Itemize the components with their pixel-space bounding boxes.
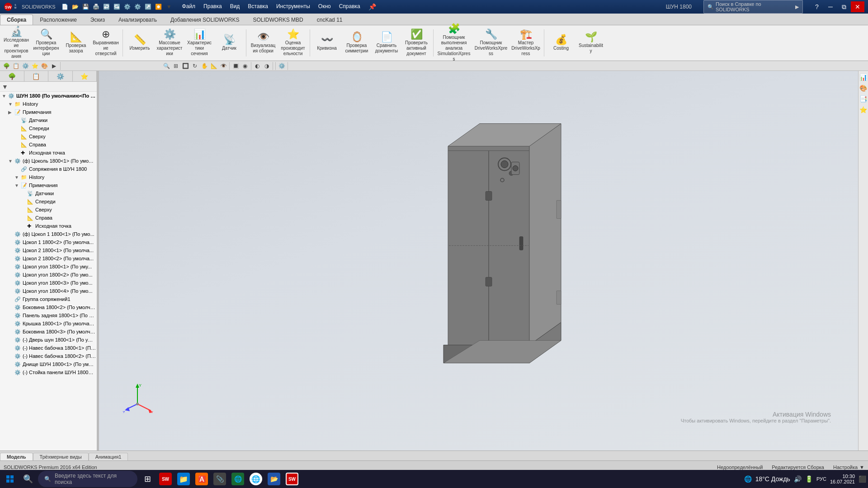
tab-model[interactable]: Модель [0,453,33,460]
tree-item[interactable]: ⚙️Цокол 2 1800<1> (По умолча... [0,246,97,254]
taskbar-app-solidworks[interactable]: SW [157,471,174,487]
btn-massovye[interactable]: ⚙️ Массовые характеристики [155,27,184,59]
taskbar-app-3[interactable]: 🅰️ [193,471,210,487]
tree-item[interactable]: 📡Датчики [0,189,97,197]
taskbar-app-solidworks2[interactable]: SW [284,471,300,487]
panel-icon-1[interactable]: 🌳 [2,62,11,70]
right-icon-2[interactable]: 🎨 [859,84,868,93]
tab-3d-views[interactable]: Трёхмерные виды [33,453,89,460]
options-btn[interactable]: ⚙️ [133,2,143,12]
tab-cnckad[interactable]: cncKad 11 [310,14,349,25]
vp-section[interactable]: 🔳 [231,62,240,70]
tray-volume[interactable]: 🔊 [794,475,802,483]
menu-file[interactable]: Файл [179,2,199,11]
tab-dobavleniya[interactable]: Добавления SOLIDWORKS [164,14,246,25]
tree-item[interactable]: 📐Спереди [0,197,97,206]
tree-item[interactable]: ⚙️(-) Дверь шун 1800<1> (По умол... [0,336,97,344]
tab-raspolozhenie[interactable]: Расположение [33,14,84,25]
tray-network[interactable]: 🌐 [744,475,752,483]
vp-shading2[interactable]: ◑ [262,62,271,70]
tree-item[interactable]: ⚙️Крышка 1800<1> (По умолчани... [0,319,97,328]
clock[interactable]: 10:30 16.07.2021 [830,474,855,484]
menu-view[interactable]: Вид [226,2,244,11]
btn-vizualizaciya[interactable]: 👁️ Визуализация сборки [249,27,278,59]
tree-item[interactable]: ▼📁History [0,173,97,181]
tree-item[interactable]: ✚Исходная точка [0,222,97,230]
tree-item[interactable]: 📐Спереди [0,124,97,132]
tree-item[interactable]: ⚙️Боковина 1800<2> (По умолча... [0,303,97,311]
help-btn[interactable]: ? [810,1,824,12]
vp-view-opt[interactable]: ⚙️ [277,62,286,70]
taskbar-app-chrome[interactable]: 🌐 [248,471,264,487]
vp-standard[interactable]: 📐 [209,62,218,70]
new-btn[interactable]: 📄 [60,2,70,12]
tab-animation[interactable]: Анимация1 [89,453,128,460]
tree-item[interactable]: 📐Справа [0,141,97,149]
tree-item[interactable]: ▼📝Примечания [0,181,97,189]
btn-sustainability[interactable]: 🌱 Sustainability [576,27,605,59]
menu-window[interactable]: Окно [315,2,335,11]
btn-proverka-zazor[interactable]: 📐 Проверка зазора [61,27,90,59]
tree-item[interactable]: ✚Исходная точка [0,149,97,157]
btn-izmenit[interactable]: 📏 Измерить [125,27,154,59]
tree-root[interactable]: ▼ ⚙️ ШУН 1800 (По умолчанию<По умол... [0,92,97,100]
close-btn[interactable]: ✕ [851,1,864,12]
btn-ocenka[interactable]: ⭐ Оценка производительности [278,27,307,59]
tree-item[interactable]: ⚙️(-) Навес бабочка 1800<1> (По у... [0,344,97,352]
tray-weather[interactable]: 18°C Дождь [755,475,790,483]
taskbar-search[interactable]: 🔍 Введите здесь текст для поиска [38,471,137,487]
right-icon-1[interactable]: 📊 [859,73,868,82]
btn-costing[interactable]: 💰 Costing [547,27,576,59]
vp-pan[interactable]: ✋ [200,62,209,70]
vp-dynamic[interactable]: ◉ [241,62,250,70]
open-btn[interactable]: 📂 [71,2,80,12]
btn-issledovanie[interactable]: 🔬 Исследование проектирования [2,27,31,59]
tree-item[interactable]: ▼📁History [0,100,97,108]
btn-krivizna[interactable]: 〰️ Кривизна [312,27,341,59]
vp-shading1[interactable]: ◐ [253,62,262,70]
save-btn[interactable]: 💾 [81,2,91,12]
rebuild-btn[interactable]: ⚙️ [123,2,132,12]
tab-sborka[interactable]: Сборка [0,14,33,25]
tree-item[interactable]: ⚙️Боковина 1800<3> (По умолча... [0,328,97,336]
tab-eskiz[interactable]: Эскиз [84,14,112,25]
record-btn[interactable]: ⏺️ [154,2,164,12]
start-btn[interactable] [2,471,18,487]
tree-item[interactable]: ⚙️Днище ШУН 1800<1> (По умолча... [0,360,97,368]
tree-item[interactable]: ▼⚙️(ф) Цоколь 1800<1> (По умолча... [0,157,97,165]
btn-sechenie[interactable]: 📊 Характеристики сечения [185,27,214,59]
minimize-btn[interactable]: ─ [824,1,837,12]
tray-battery[interactable]: 🔋 [805,475,813,483]
tree-item[interactable]: ⚙️(-) Навес бабочка 1800<2> (По у... [0,352,97,360]
vp-view1[interactable]: 👁️ [219,62,228,70]
btn-simmetriya[interactable]: 🪞 Проверка симметрии [342,27,371,59]
undo-btn[interactable]: ↩️ [102,2,112,12]
tree-item[interactable]: ⚙️Цокол угол 1800<1> (По уму... [0,263,97,271]
tree-item[interactable]: 📐Сверху [0,206,97,214]
tree-item[interactable]: ⚙️Панель задняя 1800<1> (По умол... [0,311,97,319]
btn-proverit-dok[interactable]: ✅ Проверить активный документ [402,27,431,59]
filter-icon[interactable]: ▼ [2,83,8,90]
menu-edit[interactable]: Правка [200,2,226,11]
menu-insert[interactable]: Вставка [244,2,272,11]
tree-item[interactable]: ⚙️(ф) Цокол 1 1800<1> (По умо... [0,230,97,238]
panel-icon-3[interactable]: ⚙️ [21,62,30,70]
tree-item[interactable]: ▶📝Примечания [0,108,97,116]
btn-alignment[interactable]: ⊕ Выравнивание отверстий [91,27,120,59]
viewport[interactable]: Y X Z Активация Windows Чтобы активирова… [99,71,858,450]
help-search-box[interactable]: 🔍 Поиск в Справке по SOLIDWORKS ▶ [703,0,803,14]
btn-sravnit[interactable]: 📄 Сравнить документы [372,27,401,59]
tree-item[interactable]: ⚙️Цокол угол 1800<2> (По умо... [0,271,97,279]
vp-zoom[interactable]: 🔍 [162,62,171,70]
btn-driveworks[interactable]: 🔧 Помощник DriveWorksXpress [473,27,509,59]
tree-item[interactable]: ⚙️Цокол 1 1800<2> (По умолча... [0,238,97,246]
vp-zoom-window[interactable]: 🔲 [181,62,190,70]
tab-mbd[interactable]: SOLIDWORKS MBD [246,14,310,25]
print-btn[interactable]: 🖨️ [91,2,101,12]
redo-btn[interactable]: ↪️ [112,2,122,12]
tree-item[interactable]: ⚙️Цокол угол 1800<3> (По умо... [0,279,97,287]
right-icon-4[interactable]: ⭐ [859,105,868,114]
task-view-btn[interactable]: ⊞ [139,471,156,487]
tab-feature-tree[interactable]: 🌳 [0,71,24,81]
panel-icon-5[interactable]: 🎨 [40,62,49,70]
